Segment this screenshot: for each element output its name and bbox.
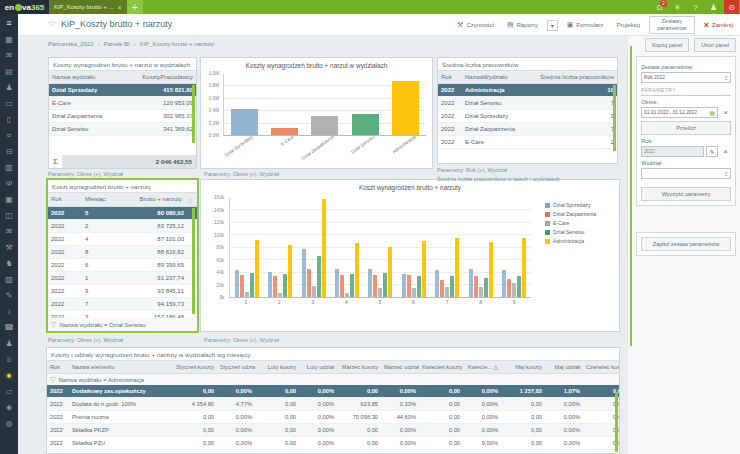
panel-koszty-wydzialy-table[interactable]: Koszty wynagrodzeń brutto + narzut w wyd… bbox=[48, 57, 197, 169]
column-header[interactable]: Marzec udział bbox=[381, 361, 419, 373]
phone-icon[interactable]: ☎ bbox=[0, 319, 18, 335]
account-icon[interactable]: ♟ bbox=[706, 0, 721, 14]
column-header[interactable]: Maj udział bbox=[545, 361, 583, 373]
table-row[interactable]: 2022283 725,12 bbox=[48, 220, 197, 233]
table-row[interactable]: Dział Zaopatrzenia302 965,37 bbox=[49, 110, 196, 123]
briefcase-icon[interactable]: ▣ bbox=[0, 191, 18, 207]
filter-triangle-icon[interactable]: △ bbox=[185, 193, 197, 206]
lock-icon[interactable]: ◈ bbox=[0, 399, 18, 415]
messages-icon[interactable]: ✉ bbox=[0, 223, 18, 239]
help-icon[interactable]: ? bbox=[688, 0, 703, 14]
column-header[interactable]: Nazwa elementu bbox=[69, 361, 173, 373]
web-icon[interactable]: ◍ bbox=[0, 415, 18, 431]
active-filter-row[interactable]: ▽ Nazwa wydziału = Administracja bbox=[47, 374, 619, 385]
column-header[interactable]: Rok bbox=[438, 71, 462, 83]
vertical-scrollbar[interactable] bbox=[192, 208, 195, 314]
bi-lightbulb-icon[interactable]: ● bbox=[0, 367, 18, 383]
okres-input[interactable]: 01.01.2022...31.12.2022▦ bbox=[641, 107, 718, 118]
table-row[interactable]: 2022Dział Serwisu7 bbox=[438, 97, 617, 110]
panel-koszt-miesiace-table[interactable]: Koszt wynagrodzeń brutto + narzuty Rok M… bbox=[46, 178, 199, 333]
new-tab-button[interactable]: + bbox=[127, 0, 143, 14]
list-icon[interactable]: ≡ bbox=[724, 171, 728, 177]
cash-icon[interactable]: ▭ bbox=[0, 95, 18, 111]
okres-clear-icon[interactable]: × bbox=[720, 107, 731, 118]
table-row[interactable]: 2022Dział Zaopatrzenia7 bbox=[438, 123, 617, 136]
kopiuj-panel-button[interactable]: Kopiuj panel bbox=[645, 38, 689, 52]
pencil-icon[interactable]: ✎ bbox=[706, 146, 718, 157]
team-icon[interactable]: ♞ bbox=[0, 255, 18, 271]
table-row[interactable]: Dział Serwisu341 369,62 bbox=[49, 123, 196, 136]
table-row[interactable]: 2022580 080,92 bbox=[48, 207, 197, 220]
formularz-button[interactable]: ▣Formularz bbox=[563, 19, 608, 31]
rok-input[interactable]: 2022 bbox=[641, 146, 704, 157]
table-row[interactable]: 2022Administracja10 bbox=[438, 84, 617, 97]
table-row[interactable]: 2022Dodatkowy zas.opiekuńczy0,000,00%0,0… bbox=[47, 385, 619, 398]
projektuj-button[interactable]: Projektuj bbox=[612, 20, 643, 30]
media-icon[interactable]: ♪ bbox=[0, 303, 18, 319]
tools-icon[interactable]: ⚒ bbox=[0, 239, 18, 255]
structure-icon[interactable]: Ψ bbox=[0, 175, 18, 191]
vertical-scrollbar[interactable] bbox=[192, 85, 195, 143]
panel-srednia-pracownikow-table[interactable]: Średnia liczba pracowników Rok NazwaWydz… bbox=[437, 57, 618, 164]
settings-gear-icon[interactable]: ✳ bbox=[670, 0, 685, 14]
table-row[interactable]: 2022Premia roczna0,000,00%0,000,00%70 09… bbox=[47, 411, 619, 424]
table-row[interactable]: 2022Składka PKZP0,000,00%0,000,00%0,000,… bbox=[47, 424, 619, 437]
column-header[interactable]: Styczeń koszty bbox=[173, 361, 217, 373]
table-row[interactable]: E-Care120 953,09 bbox=[49, 97, 196, 110]
calendar-icon[interactable]: ▦ bbox=[709, 109, 715, 116]
column-header[interactable]: Kwiecie... △ bbox=[463, 361, 501, 373]
table-row[interactable]: 2022487 101,00 bbox=[48, 233, 197, 246]
table-row[interactable]: 2022Składka PZU0,000,00%0,000,00%0,000,0… bbox=[47, 437, 619, 450]
column-header[interactable]: Luty koszty bbox=[255, 361, 299, 373]
breadcrumb-item[interactable]: Partnerska_2022 bbox=[48, 41, 94, 47]
contractors-icon[interactable]: ♟ bbox=[0, 79, 18, 95]
logout-power-icon[interactable]: ⊙ bbox=[724, 0, 739, 14]
table-row[interactable]: 2022888 616,82 bbox=[48, 246, 197, 259]
column-header[interactable]: Rok bbox=[48, 193, 82, 206]
calendar-icon[interactable]: ▦ bbox=[0, 31, 18, 47]
wydzial-input[interactable]: ≡ bbox=[641, 168, 731, 179]
training-icon[interactable]: ♕ bbox=[0, 351, 18, 367]
tab-koszty-brutto[interactable]: KiP_Koszty brutto + ...× bbox=[49, 0, 127, 14]
column-header[interactable]: KosztyPracodawcy bbox=[134, 71, 196, 83]
panel-koszt-miesiace-chart[interactable]: Koszt wynagrodzeń brutto + narzuty 160k1… bbox=[200, 179, 620, 332]
finances-icon[interactable]: ¤ bbox=[0, 127, 18, 143]
column-header[interactable]: Nazwa wydziału bbox=[49, 71, 134, 83]
edit-icon[interactable]: ▱ bbox=[0, 383, 18, 399]
column-header[interactable]: Czerwiec koszty bbox=[583, 361, 620, 373]
trade-icon[interactable]: ⊟ bbox=[0, 143, 18, 159]
vertical-scrollbar[interactable] bbox=[615, 392, 618, 452]
warehouse-icon[interactable]: ▥ bbox=[0, 159, 18, 175]
zestawy-parametrow-button[interactable]: Zestawy parametrów bbox=[649, 16, 695, 33]
table-row[interactable]: 2022993 845,21 bbox=[48, 285, 197, 298]
column-header[interactable]: Maj koszty bbox=[501, 361, 545, 373]
breadcrumb-item[interactable]: KiP_Koszty brutto + narzuty bbox=[140, 41, 214, 47]
mail-icon[interactable]: ✉ bbox=[0, 47, 18, 63]
workstation-icon[interactable]: ◫ bbox=[0, 207, 18, 223]
table-row[interactable]: 2022Dział Sprzedaży9 bbox=[438, 110, 617, 123]
column-header[interactable]: Luty udział bbox=[299, 361, 337, 373]
column-header[interactable]: Kwiecień koszty bbox=[419, 361, 463, 373]
favorite-star-icon[interactable]: ☆ bbox=[48, 18, 56, 28]
table-row[interactable]: 2022E-Care2 bbox=[438, 136, 617, 149]
company-icon[interactable]: ▤ bbox=[0, 63, 18, 79]
rok-clear-icon[interactable]: × bbox=[720, 146, 731, 157]
column-header[interactable]: Marzec koszty bbox=[337, 361, 381, 373]
notifications-bell-icon[interactable]: Ω2 bbox=[652, 0, 667, 14]
breadcrumb-item[interactable]: Panele BI bbox=[104, 41, 130, 47]
list-icon[interactable]: ≡ bbox=[724, 75, 728, 81]
zapisz-zestaw-button[interactable]: Zapisz zestaw parametrów bbox=[641, 237, 731, 251]
raporty-dropdown-button[interactable]: ▾ bbox=[547, 20, 558, 31]
zestaw-parametrow-select[interactable]: Rok 2022≡ bbox=[641, 72, 731, 83]
table-row[interactable]: Dział Sprzedaży415 821,80 bbox=[49, 84, 196, 97]
documents-icon[interactable]: ▯ bbox=[0, 111, 18, 127]
tab-close-icon[interactable]: × bbox=[118, 4, 122, 11]
table-row[interactable]: 2022Dopłata do n.godz. 100%4 354,804,77%… bbox=[47, 398, 619, 411]
table-row[interactable]: 2022191 237,74 bbox=[48, 272, 197, 285]
active-filter-row[interactable]: ▽ Nazwa wydziału = Dział Serwisu bbox=[48, 318, 197, 331]
user-icon[interactable]: ♟ bbox=[0, 335, 18, 351]
zamknij-button[interactable]: ×Zamknij bbox=[700, 18, 737, 32]
panel-splitter[interactable] bbox=[630, 46, 632, 346]
column-header[interactable]: Styczeń udział bbox=[217, 361, 255, 373]
table-row[interactable]: 20223157 186,48 bbox=[48, 311, 197, 318]
